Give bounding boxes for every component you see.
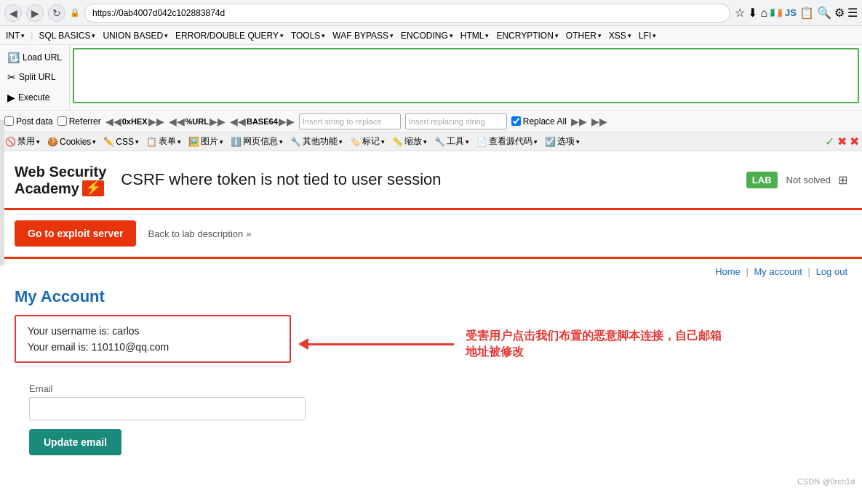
base64-arrow-right: ▶▶ xyxy=(279,116,295,127)
referrer-label[interactable]: Referrer xyxy=(57,116,101,127)
url-label: %URL xyxy=(185,117,209,126)
replace-all-checkbox[interactable] xyxy=(511,116,521,126)
wsa-logo: Web Security Academy ⚡ xyxy=(15,163,106,196)
insert-string-input[interactable] xyxy=(299,113,401,129)
options-ext[interactable]: ☑️ 选项▾ xyxy=(543,135,582,148)
mark-ext[interactable]: 🏷️ 标记▾ xyxy=(348,135,387,148)
sql-basics-dropdown[interactable]: SQL BASICS▾ xyxy=(36,30,98,41)
url-bar[interactable] xyxy=(84,4,730,23)
lab-info-icon[interactable]: ⊞ xyxy=(838,173,847,187)
status-x-icon: ✖ xyxy=(837,135,847,148)
image-ext[interactable]: 🖼️ 图片▾ xyxy=(186,135,226,148)
tools-dropdown[interactable]: TOOLS▾ xyxy=(288,30,328,41)
xss-dropdown[interactable]: XSS▾ xyxy=(606,30,634,41)
reload-button[interactable]: ↻ xyxy=(48,4,65,22)
nav-home-link[interactable]: Home xyxy=(715,266,741,277)
tools-icon: 🔧 xyxy=(434,137,445,147)
waf-bypass-dropdown[interactable]: WAF BYPASS▾ xyxy=(330,30,396,41)
image-icon: 🖼️ xyxy=(188,137,199,147)
base64-encode-btn[interactable]: ◀◀ BASE64 ▶▶ xyxy=(230,116,295,127)
nav-sep1: | xyxy=(746,266,748,277)
lab-badge: LAB xyxy=(746,172,778,188)
exploit-server-button[interactable]: Go to exploit server xyxy=(15,220,136,247)
html-dropdown[interactable]: HTML▾ xyxy=(458,30,492,41)
lab-title: CSRF where token is not tied to user ses… xyxy=(121,170,732,189)
arrow-line xyxy=(308,343,454,345)
encryption-dropdown[interactable]: ENCRYPTION▾ xyxy=(493,30,561,41)
post-data-checkbox[interactable] xyxy=(4,116,14,126)
split-url-button[interactable]: ✂ Split URL xyxy=(4,70,65,84)
load-url-button[interactable]: 🔃 Load URL xyxy=(4,50,65,65)
tools-ext[interactable]: 🔧 工具▾ xyxy=(432,135,471,148)
referrer-checkbox[interactable] xyxy=(57,116,67,126)
home-icon[interactable]: ⌂ xyxy=(760,7,767,20)
hex-arrow-left: ◀◀ xyxy=(105,116,121,127)
email-form: Email Update email xyxy=(15,383,847,467)
flag-icon: 🇮🇪 xyxy=(770,7,782,18)
source-ext[interactable]: 📄 查看源代码▾ xyxy=(474,135,540,148)
account-section: My Account Your username is: carlos Your… xyxy=(0,280,862,474)
url-arrow-right: ▶▶ xyxy=(209,116,226,127)
split-url-label: Split URL xyxy=(19,72,56,82)
nav-my-account-link[interactable]: My account xyxy=(754,266,802,277)
download-icon[interactable]: ⬇ xyxy=(748,6,757,20)
url-textarea[interactable] xyxy=(73,48,859,103)
union-based-dropdown[interactable]: UNION BASED▾ xyxy=(100,30,171,41)
back-button[interactable]: ◀ xyxy=(4,4,22,22)
pageinfo-ext[interactable]: ℹ️ 网页信息▾ xyxy=(228,135,285,148)
star-icon[interactable]: ☆ xyxy=(735,6,745,20)
update-email-button[interactable]: Update email xyxy=(29,429,121,455)
cookies-icon: 🍪 xyxy=(47,137,58,147)
back-to-lab-link[interactable]: Back to lab description » xyxy=(148,228,251,239)
top-nav: Home | My account | Log out xyxy=(0,259,862,280)
settings-icon[interactable]: ⚙ xyxy=(834,6,845,20)
lfi-dropdown[interactable]: LFI▾ xyxy=(636,30,659,41)
base64-arrow-left: ◀◀ xyxy=(230,116,246,127)
username-text: Your username is: carlos xyxy=(28,325,278,337)
ext1-icon[interactable]: 📋 xyxy=(799,6,814,20)
execute-button[interactable]: ▶ Execute xyxy=(4,90,65,105)
post-data-label[interactable]: Post data xyxy=(4,116,53,127)
int-arrow: ▾ xyxy=(21,32,25,39)
form-ext[interactable]: 📋 表单▾ xyxy=(144,135,183,148)
wsa-logo-line2: Academy ⚡ xyxy=(15,180,106,196)
css-icon: ✏️ xyxy=(103,137,114,147)
other-func-ext[interactable]: 🔧 其他功能▾ xyxy=(288,135,345,148)
hex-encode-btn[interactable]: ◀◀ 0xHEX ▶▶ xyxy=(105,116,164,127)
url-arrow-left: ◀◀ xyxy=(169,116,185,127)
url-encode-btn[interactable]: ◀◀ %URL ▶▶ xyxy=(169,116,226,127)
css-ext[interactable]: ✏️ CSS▾ xyxy=(101,136,141,148)
ext2-icon[interactable]: 🔍 xyxy=(817,6,831,20)
cookies-ext[interactable]: 🍪 Cookies▾ xyxy=(45,136,98,148)
account-title: My Account xyxy=(15,287,847,306)
menu-icon[interactable]: ☰ xyxy=(847,6,858,20)
account-info-box: Your username is: carlos Your email is: … xyxy=(15,315,291,363)
zoom-ext[interactable]: 📏 缩放▾ xyxy=(390,135,429,148)
forward-button[interactable]: ▶ xyxy=(26,4,44,22)
browser-extension-icons: ☆ ⬇ ⌂ 🇮🇪 JS 📋 🔍 ⚙ ☰ xyxy=(735,6,858,20)
js-badge: JS xyxy=(785,7,797,18)
status-check-icon: ✓ xyxy=(825,135,834,148)
sql-toolbar: INT ▾ | SQL BASICS▾ UNION BASED▾ ERROR/D… xyxy=(0,26,862,45)
disable-ext[interactable]: 🚫 禁用▾ xyxy=(3,135,42,148)
encoding-dropdown[interactable]: ENCODING▾ xyxy=(398,30,456,41)
lab-status-text: Not solved xyxy=(786,175,831,185)
extensions-toolbar: 🚫 禁用▾ 🍪 Cookies▾ ✏️ CSS▾ 📋 表单▾ 🖼️ 图片▾ ℹ️… xyxy=(0,132,862,151)
exploit-bar: Go to exploit server Back to lab descrip… xyxy=(0,210,862,257)
mark-icon: 🏷️ xyxy=(350,137,361,147)
error-query-dropdown[interactable]: ERROR/DOUBLE QUERY▾ xyxy=(172,30,287,41)
info-icon: ℹ️ xyxy=(231,137,242,147)
email-field-label: Email xyxy=(29,383,833,394)
int-dropdown[interactable]: INT ▾ xyxy=(3,30,28,41)
csdn-watermark: CSDN @0rch1d xyxy=(0,474,862,489)
replace-all-label[interactable]: Replace All xyxy=(511,116,567,127)
email-input[interactable] xyxy=(29,397,306,420)
encoding-toolbar: Post data Referrer ◀◀ 0xHEX ▶▶ ◀◀ %URL ▶… xyxy=(0,111,862,132)
left-edge-bar xyxy=(0,120,4,265)
account-info-area: Your username is: carlos Your email is: … xyxy=(15,315,847,373)
other-func-icon: 🔧 xyxy=(290,137,301,147)
nav-log-out-link[interactable]: Log out xyxy=(816,266,847,277)
hex-label: 0xHEX xyxy=(122,117,148,126)
other-dropdown[interactable]: OTHER▾ xyxy=(563,30,604,41)
insert-replacing-input[interactable] xyxy=(405,113,507,129)
